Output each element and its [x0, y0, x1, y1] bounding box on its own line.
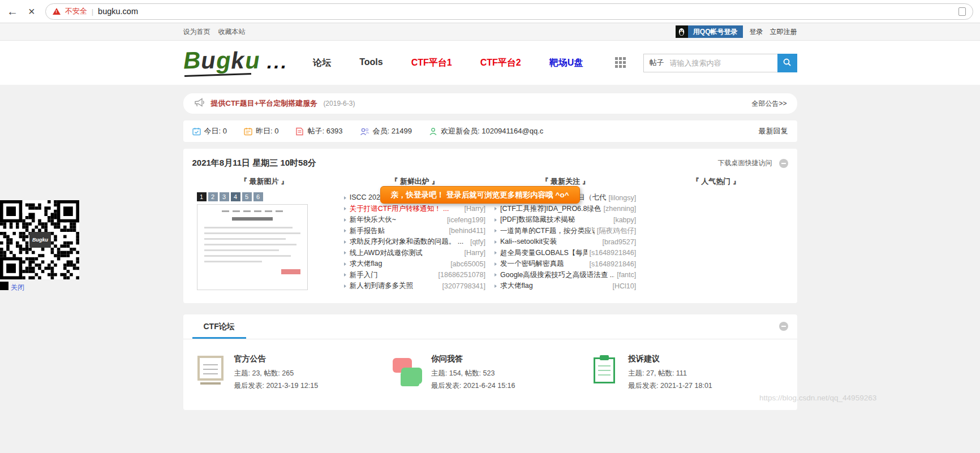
address-bar[interactable]: 不安全 | bugku.com: [45, 3, 973, 20]
search-input[interactable]: [670, 59, 777, 67]
bullet-icon: [495, 284, 497, 288]
desktop-shortcut-link[interactable]: 下载桌面快捷访问: [718, 158, 772, 168]
forum-last-post[interactable]: 最后发表: 2021-1-27 18:01: [628, 381, 712, 391]
set-home-link[interactable]: 设为首页: [183, 27, 210, 37]
thread-title-link[interactable]: 关于打谱CTF用户转移通知！ ...: [350, 204, 462, 214]
stop-icon[interactable]: ×: [28, 6, 35, 17]
bullet-icon: [344, 251, 346, 254]
announcement-link[interactable]: 提供CTF题目+平台定制搭建服务: [211, 98, 318, 109]
thread-author-link[interactable]: [18686251078]: [439, 271, 485, 279]
thread-author-link[interactable]: [lilongsy]: [609, 194, 637, 202]
forum-block[interactable]: 官方公告 主题: 23, 帖数: 265 最后发表: 2021-3-19 12:…: [195, 354, 392, 391]
thread-row: 一道简单的CTF题，按分类应该 [隔夜鸡包仔]: [495, 226, 636, 237]
nav-item[interactable]: 靶场U盘: [549, 57, 583, 69]
thread-author-link[interactable]: [HCl10]: [613, 282, 637, 290]
carousel-page-button[interactable]: 6: [253, 192, 263, 201]
thread-author-link[interactable]: [Harry]: [465, 249, 486, 257]
apps-grid-icon[interactable]: [615, 57, 626, 68]
thread-author-link[interactable]: [icefeng199]: [447, 216, 485, 224]
thread-author-link[interactable]: [behind411]: [449, 227, 485, 235]
thread-title-link[interactable]: Kali--setoolkit安装: [500, 237, 600, 247]
search-category-select[interactable]: 帖子: [644, 58, 670, 68]
bookmark-site-link[interactable]: 收藏本站: [218, 27, 246, 37]
thread-author-link[interactable]: [brad9527]: [602, 238, 636, 246]
forum-name-link[interactable]: 投诉建议: [628, 354, 712, 364]
thread-author-link[interactable]: [fantc]: [617, 271, 636, 279]
site-logo[interactable]: Bugku ...: [183, 47, 289, 79]
thread-author-link[interactable]: [qtfy]: [470, 238, 485, 246]
portal-panel: 2021年8月11日 星期三 10时58分 下载桌面快捷访问 亲，快登录吧！ 登…: [183, 149, 797, 303]
register-link[interactable]: 立即注册: [770, 27, 797, 37]
carousel-page-button[interactable]: 3: [220, 192, 229, 201]
tab-ctf-forum[interactable]: CTF论坛: [192, 314, 246, 339]
thread-title-link[interactable]: 超全局变量GLOBALS【每周: [500, 248, 587, 258]
thread-row: [CTF工具推荐]IDA_PRO6.8绿色 [zhenning]: [495, 204, 636, 215]
forum-stats: 主题: 154, 帖数: 523: [431, 369, 515, 378]
nav-item[interactable]: 论坛: [313, 57, 331, 69]
thread-title-link[interactable]: 新年快乐大伙~: [350, 215, 445, 225]
qq-login-button[interactable]: 用QQ帐号登录: [676, 25, 743, 38]
carousel-image[interactable]: [197, 204, 308, 290]
forum-tabstrip: CTF论坛: [183, 314, 797, 339]
forum-name-link[interactable]: 官方公告: [234, 354, 319, 364]
nav-item[interactable]: CTF平台2: [480, 57, 521, 69]
qr-code: Bugku: [0, 200, 79, 279]
qr-close-link[interactable]: 关闭: [11, 283, 24, 292]
forum-stats: 主题: 27, 帖数: 111: [628, 369, 712, 378]
latest-replies-link[interactable]: 最新回复: [759, 126, 788, 136]
search-button[interactable]: [777, 54, 797, 72]
thread-title-link[interactable]: 线上AWD对战邀你测试: [350, 248, 462, 258]
back-icon[interactable]: ←: [7, 6, 18, 17]
search-icon: [783, 58, 792, 68]
forum-panel: CTF论坛 官方公告 主题: 23, 帖数: 265 最后发表: 2021-3-…: [183, 314, 797, 410]
nav-item[interactable]: Tools: [359, 57, 382, 69]
thread-title-link[interactable]: [PDF]数据隐藏技术揭秘: [500, 215, 611, 225]
forum-block[interactable]: 投诉建议 主题: 27, 帖数: 111 最后发表: 2021-1-27 18:…: [588, 354, 785, 391]
thumb-signature: [281, 269, 300, 274]
login-link[interactable]: 登录: [750, 27, 763, 37]
forum-last-post[interactable]: 最后发表: 2021-6-24 15:16: [431, 381, 515, 391]
bullet-icon: [495, 273, 497, 277]
thread-row: 求大佬flag [abc65005]: [344, 258, 485, 270]
security-warning-icon: [53, 8, 61, 15]
forum-last-post[interactable]: 最后发表: 2021-3-19 12:15: [234, 381, 319, 391]
carousel-page-button[interactable]: 4: [231, 192, 240, 201]
stat-today: 今日: 0: [192, 126, 227, 136]
stat-new-member[interactable]: 欢迎新会员: 1020941164@qq.c: [429, 126, 543, 136]
bookmark-icon[interactable]: [958, 7, 966, 16]
collapse-button[interactable]: [779, 159, 788, 168]
carousel-page-button[interactable]: 2: [208, 192, 218, 201]
thread-author-link[interactable]: [隔夜鸡包仔]: [597, 226, 636, 236]
thread-title-link[interactable]: [CTF工具推荐]IDA_PRO6.8绿色: [500, 204, 601, 214]
thread-author-link[interactable]: [zhenning]: [604, 205, 637, 213]
nav-item[interactable]: CTF平台1: [411, 57, 452, 69]
thread-title-link[interactable]: 发一个密码解密真题: [500, 259, 587, 269]
url-text[interactable]: bugku.com: [98, 7, 138, 16]
thread-title-link[interactable]: 新手入门: [350, 270, 436, 280]
members-icon: [360, 127, 369, 136]
forum-blocks: 官方公告 主题: 23, 帖数: 265 最后发表: 2021-3-19 12:…: [183, 339, 797, 410]
thread-title-link[interactable]: 新手报告贴: [350, 226, 447, 236]
carousel-page-button[interactable]: 1: [197, 192, 207, 201]
thread-title-link[interactable]: 求助反序列化对象和函数的问题。 ...: [350, 237, 468, 247]
stat-members: 会员: 21499: [360, 126, 412, 136]
carousel-page-button[interactable]: 5: [242, 192, 252, 201]
collapse-button[interactable]: [779, 322, 788, 331]
thread-row: 求助反序列化对象和函数的问题。 ... [qtfy]: [344, 236, 485, 248]
thread-title-link[interactable]: Google高级搜索技巧之高级语法查 ...: [500, 270, 614, 280]
forum-block[interactable]: 你问我答 主题: 154, 帖数: 523 最后发表: 2021-6-24 15…: [392, 354, 588, 391]
thread-author-link[interactable]: [Harry]: [465, 205, 486, 213]
thread-title-link[interactable]: 求大佬flag: [500, 281, 611, 291]
forum-name-link[interactable]: 你问我答: [431, 354, 515, 364]
thread-title-link[interactable]: 一道简单的CTF题，按分类应该: [500, 226, 595, 236]
thread-author-link[interactable]: [3207798341]: [442, 282, 485, 290]
thread-author-link[interactable]: [abc65005]: [450, 260, 485, 268]
thread-title-link[interactable]: 新人初到请多多关照: [350, 281, 440, 291]
thread-author-link[interactable]: [s1648921846]: [590, 249, 637, 257]
site-header: Bugku ... 论坛ToolsCTF平台1CTF平台2靶场U盘 帖子: [0, 41, 980, 85]
all-announcements-link[interactable]: 全部公告>>: [751, 99, 786, 109]
bullet-icon: [495, 240, 497, 244]
thread-author-link[interactable]: [kabpy]: [613, 216, 636, 224]
thread-title-link[interactable]: 求大佬flag: [350, 259, 448, 269]
thread-author-link[interactable]: [s1648921846]: [590, 260, 637, 268]
